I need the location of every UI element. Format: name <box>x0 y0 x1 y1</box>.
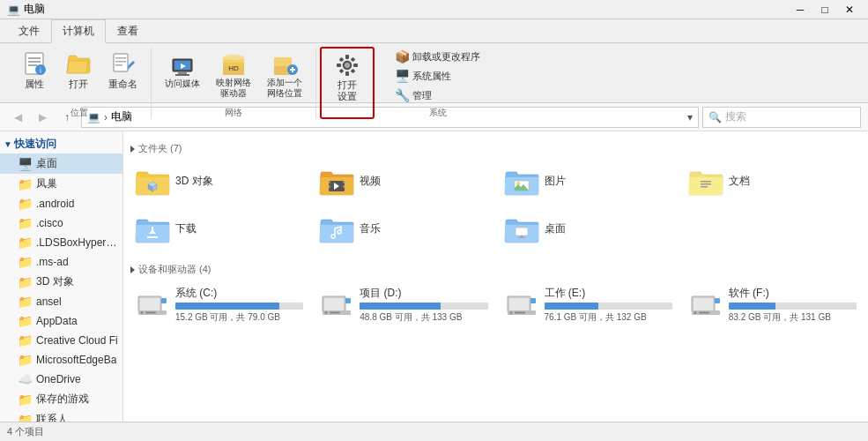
folder-downloads-icon <box>135 213 170 244</box>
drive-d-top: 项目 (D:) 48.8 GB 可用，共 133 GB <box>319 286 487 324</box>
drive-c-name: 系统 (C:) <box>175 286 303 301</box>
contacts-label: 联系人 <box>36 412 68 422</box>
sidebar-item-appdata[interactable]: 📁 AppData <box>0 311 122 331</box>
svg-rect-9 <box>115 64 122 66</box>
drive-e[interactable]: 工作 (E:) 76.1 GB 可用，共 132 GB <box>500 281 677 328</box>
onedrive-icon: ☁️ <box>18 372 33 386</box>
tab-view[interactable]: 查看 <box>106 19 150 42</box>
svg-rect-31 <box>351 57 356 63</box>
drive-e-info: 工作 (E:) 76.1 GB 可用，共 132 GB <box>545 286 672 324</box>
drives-section-header[interactable]: 设备和驱动器 (4) <box>130 259 861 281</box>
open-settings-buttons: 打开设置 <box>325 49 369 116</box>
rename-button[interactable]: 重命名 <box>102 47 144 93</box>
ribbon: 文件 计算机 查看 i 属 <box>0 19 868 103</box>
sidebar-item-creative-cloud[interactable]: 📁 Creative Cloud Fi <box>0 331 122 350</box>
tab-file[interactable]: 文件 <box>7 19 51 42</box>
sidebar-item-onedrive[interactable]: ☁️ OneDrive <box>0 370 122 389</box>
folder-video[interactable]: 视频 <box>315 161 492 201</box>
folders-section-header[interactable]: 文件夹 (7) <box>130 138 861 161</box>
saved-games-icon: 📁 <box>18 392 33 407</box>
creative-cloud-label: Creative Cloud Fi <box>36 334 118 347</box>
sidebar-item-fengchao[interactable]: 📁 凤巢 <box>0 174 122 194</box>
svg-rect-47 <box>701 186 708 188</box>
drive-c[interactable]: 系统 (C:) 15.2 GB 可用，共 79.0 GB <box>130 281 308 328</box>
drive-f-top: 软件 (F:) 83.2 GB 可用，共 131 GB <box>688 286 857 324</box>
search-placeholder: 搜索 <box>725 109 746 124</box>
search-bar[interactable]: 🔍 搜索 <box>702 107 861 128</box>
main-layout: ▼ 快速访问 🖥️ 桌面 📁 凤巢 📁 .android 📁 .cisco 📁 … <box>0 131 868 422</box>
folder-music[interactable]: 音乐 <box>315 208 492 249</box>
add-location-button[interactable]: 添加一个网络位置 <box>261 47 308 101</box>
sidebar-item-3d[interactable]: 📁 3D 对象 <box>0 272 122 292</box>
sidebar-item-desktop[interactable]: 🖥️ 桌面 <box>0 153 122 174</box>
tab-computer[interactable]: 计算机 <box>51 19 106 43</box>
title-bar-text: 电脑 <box>24 2 45 17</box>
3d-label: 3D 对象 <box>36 274 74 289</box>
drive-c-top: 系统 (C:) 15.2 GB 可用，共 79.0 GB <box>135 286 303 324</box>
svg-rect-12 <box>178 71 187 74</box>
svg-text:HD: HD <box>228 64 239 72</box>
sidebar-item-android[interactable]: 📁 .android <box>0 194 122 213</box>
drive-d-info: 项目 (D:) 48.8 GB 可用，共 133 GB <box>360 286 487 324</box>
drive-f-icon <box>688 289 723 321</box>
drive-f[interactable]: 软件 (F:) 83.2 GB 可用，共 131 GB <box>684 281 861 328</box>
sidebar-item-ansel[interactable]: 📁 ansel <box>0 292 122 311</box>
sys-props-button[interactable]: 🖥️ 系统属性 <box>390 66 485 86</box>
folder-documents[interactable]: 文档 <box>684 161 861 201</box>
map-drive-button[interactable]: HD 映射网络驱动器 <box>210 47 257 101</box>
svg-rect-33 <box>351 69 356 74</box>
minimize-button[interactable]: ─ <box>789 1 812 19</box>
properties-button[interactable]: i 属性 <box>14 47 55 93</box>
sidebar-item-cisco[interactable]: 📁 .cisco <box>0 213 122 233</box>
close-button[interactable]: ✕ <box>838 1 861 19</box>
rename-icon <box>109 49 137 78</box>
folder-3d[interactable]: 3D 对象 <box>130 161 308 201</box>
maximize-button[interactable]: □ <box>813 1 836 19</box>
sidebar-item-contacts[interactable]: 📁 联系人 <box>0 409 122 422</box>
svg-rect-68 <box>530 298 536 303</box>
manage-button[interactable]: 🔧 管理 <box>390 86 485 105</box>
ldsbox-icon: 📁 <box>18 235 33 250</box>
folder-downloads[interactable]: 下载 <box>130 208 308 249</box>
svg-rect-23 <box>292 67 293 72</box>
folder-pictures[interactable]: 图片 <box>500 161 677 201</box>
uninstall-button[interactable]: 📦 卸载或更改程序 <box>390 47 485 66</box>
sidebar-item-saved-games[interactable]: 📁 保存的游戏 <box>0 389 122 409</box>
drive-c-size: 15.2 GB 可用，共 79.0 GB <box>175 311 303 324</box>
svg-rect-65 <box>330 311 340 313</box>
add-location-icon <box>271 49 299 78</box>
drive-d-bar-container <box>360 303 487 310</box>
svg-rect-61 <box>324 298 344 310</box>
open-button[interactable]: 打开 <box>58 47 99 93</box>
settings-icon <box>333 51 361 79</box>
folder-downloads-label: 下载 <box>175 221 197 236</box>
status-items-count: 4 个项目 <box>7 425 44 438</box>
folder-video-icon <box>319 165 354 197</box>
title-bar: 💻 电脑 ─ □ ✕ <box>0 0 868 19</box>
system-small-buttons: 📦 卸载或更改程序 🖥️ 系统属性 🔧 管理 <box>385 47 490 105</box>
open-settings-button[interactable]: 打开设置 <box>325 49 369 105</box>
location-group-label: 位置 <box>70 107 88 119</box>
svg-point-70 <box>509 311 512 314</box>
title-bar-controls: ─ □ ✕ <box>789 1 861 19</box>
drive-d[interactable]: 项目 (D:) 48.8 GB 可用，共 133 GB <box>315 281 492 328</box>
sidebar-item-ldsbox[interactable]: 📁 .LDSBoxHypervis <box>0 233 122 252</box>
drive-c-bar-container <box>175 303 303 310</box>
sidebar-item-ms-ad[interactable]: 📁 .ms-ad <box>0 252 122 272</box>
content-area: 文件夹 (7) 3D 对象 <box>123 131 868 422</box>
svg-point-64 <box>325 311 328 314</box>
address-dropdown-icon[interactable]: ▾ <box>687 111 693 123</box>
quick-access-header[interactable]: ▼ 快速访问 <box>0 135 122 153</box>
creative-cloud-icon: 📁 <box>18 333 33 348</box>
drive-c-info: 系统 (C:) 15.2 GB 可用，共 79.0 GB <box>175 286 303 324</box>
svg-rect-13 <box>175 74 189 76</box>
map-drive-icon: HD <box>219 49 248 78</box>
folder-3d-icon <box>135 165 170 197</box>
folder-desktop[interactable]: 桌面 <box>500 208 677 249</box>
visit-media-button[interactable]: 访问媒体 <box>159 47 206 93</box>
drive-f-bar-container <box>729 303 857 310</box>
svg-rect-56 <box>161 298 167 303</box>
properties-icon: i <box>20 49 48 78</box>
svg-rect-62 <box>345 298 351 303</box>
sidebar-item-msedge[interactable]: 📁 MicrosoftEdgeBa <box>0 350 122 370</box>
